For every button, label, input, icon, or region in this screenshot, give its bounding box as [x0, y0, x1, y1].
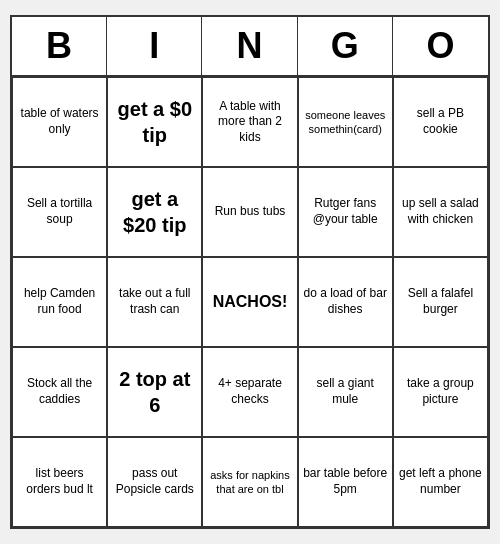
- bingo-cell-10[interactable]: help Camden run food: [12, 257, 107, 347]
- bingo-cell-12[interactable]: NACHOS!: [202, 257, 297, 347]
- bingo-letter-o: O: [393, 17, 488, 75]
- bingo-cell-4[interactable]: sell a PB cookie: [393, 77, 488, 167]
- bingo-letter-g: G: [298, 17, 393, 75]
- bingo-cell-21[interactable]: pass out Popsicle cards: [107, 437, 202, 527]
- bingo-header: BINGO: [12, 17, 488, 77]
- bingo-cell-9[interactable]: up sell a salad with chicken: [393, 167, 488, 257]
- bingo-cell-20[interactable]: list beers orders bud lt: [12, 437, 107, 527]
- bingo-cell-6[interactable]: get a $20 tip: [107, 167, 202, 257]
- bingo-cell-5[interactable]: Sell a tortilla soup: [12, 167, 107, 257]
- bingo-cell-2[interactable]: A table with more than 2 kids: [202, 77, 297, 167]
- bingo-cell-23[interactable]: bar table before 5pm: [298, 437, 393, 527]
- bingo-cell-8[interactable]: Rutger fans @your table: [298, 167, 393, 257]
- bingo-cell-19[interactable]: take a group picture: [393, 347, 488, 437]
- bingo-cell-0[interactable]: table of waters only: [12, 77, 107, 167]
- bingo-cell-24[interactable]: get left a phone number: [393, 437, 488, 527]
- bingo-cell-11[interactable]: take out a full trash can: [107, 257, 202, 347]
- bingo-letter-i: I: [107, 17, 202, 75]
- bingo-cell-1[interactable]: get a $0 tip: [107, 77, 202, 167]
- bingo-cell-18[interactable]: sell a giant mule: [298, 347, 393, 437]
- bingo-cell-16[interactable]: 2 top at 6: [107, 347, 202, 437]
- bingo-letter-b: B: [12, 17, 107, 75]
- bingo-letter-n: N: [202, 17, 297, 75]
- bingo-cell-3[interactable]: someone leaves somethin(card): [298, 77, 393, 167]
- bingo-card: BINGO table of waters onlyget a $0 tipA …: [10, 15, 490, 529]
- bingo-cell-17[interactable]: 4+ separate checks: [202, 347, 297, 437]
- bingo-cell-15[interactable]: Stock all the caddies: [12, 347, 107, 437]
- bingo-cell-13[interactable]: do a load of bar dishes: [298, 257, 393, 347]
- bingo-cell-7[interactable]: Run bus tubs: [202, 167, 297, 257]
- bingo-cell-14[interactable]: Sell a falafel burger: [393, 257, 488, 347]
- bingo-grid: table of waters onlyget a $0 tipA table …: [12, 77, 488, 527]
- bingo-cell-22[interactable]: asks for napkins that are on tbl: [202, 437, 297, 527]
